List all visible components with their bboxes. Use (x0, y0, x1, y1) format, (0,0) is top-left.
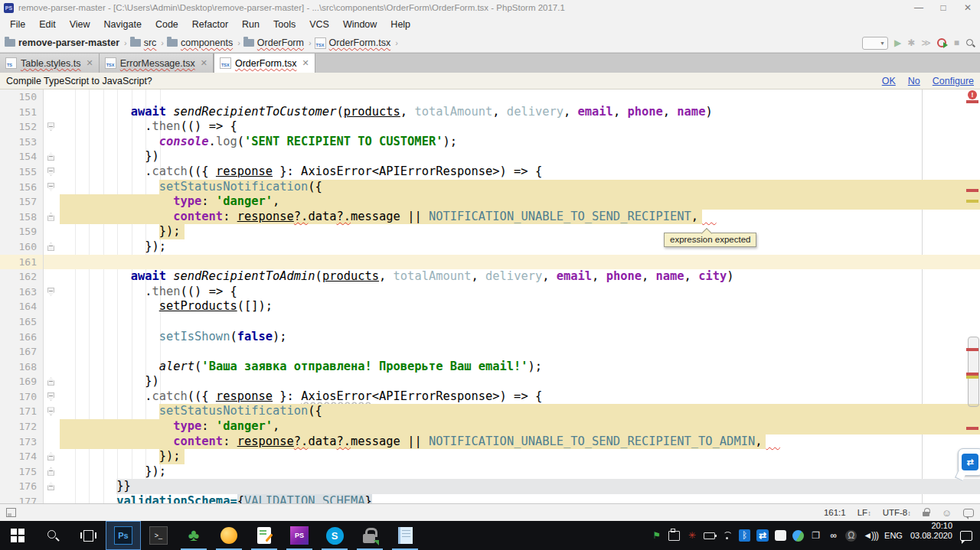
code-line[interactable]: 156 setStatusNotification({ (0, 180, 980, 195)
line-number[interactable]: 163 (0, 285, 44, 300)
encoding-selector[interactable]: UTF-8↕ (883, 508, 911, 517)
run-icon[interactable]: ▶ (894, 37, 901, 48)
menu-item-code[interactable]: Code (149, 17, 185, 32)
breadcrumb-item-components[interactable]: components (167, 37, 233, 48)
creative-cloud-tray-icon[interactable]: ∞ (828, 530, 839, 541)
line-number[interactable]: 157 (0, 194, 44, 210)
action-center-icon[interactable] (960, 531, 972, 541)
run-config-selector[interactable]: ▼ (862, 37, 888, 50)
code-line[interactable]: 158 content: response?.data?.message || … (0, 210, 980, 225)
code-line[interactable]: 168 alert('Ваша заявка отправлена! Прове… (0, 360, 980, 375)
line-number[interactable]: 155 (0, 164, 44, 180)
debug-icon[interactable]: ✱ (907, 37, 915, 48)
error-count-badge[interactable]: ! (968, 90, 977, 99)
code-line[interactable]: 153 console.log('SENT RECIPIENT TO CUSTO… (0, 135, 980, 150)
menu-item-file[interactable]: File (3, 17, 32, 32)
line-number[interactable]: 168 (0, 360, 44, 375)
phpstorm-taskbar-icon[interactable]: PS (282, 521, 317, 550)
fold-marker-icon[interactable] (47, 122, 54, 131)
notepad-taskbar-icon[interactable] (387, 521, 423, 550)
code-line[interactable]: 162 await sendRecipientToAdmin(products,… (0, 269, 980, 285)
code-line[interactable]: 171 setStatusNotification({ (0, 404, 980, 419)
line-number[interactable]: 170 (0, 389, 44, 405)
line-number[interactable]: 176 (0, 479, 44, 494)
line-number[interactable]: 156 (0, 180, 44, 195)
error-stripe-mark[interactable] (966, 373, 978, 376)
error-stripe-mark[interactable] (966, 348, 978, 351)
terminal-taskbar-icon[interactable]: >_ (141, 521, 176, 550)
line-number[interactable]: 151 (0, 105, 44, 120)
fold-marker-icon[interactable] (47, 183, 54, 191)
battery-tray-icon[interactable] (704, 532, 715, 539)
fold-marker-icon[interactable] (47, 213, 54, 221)
code-line[interactable]: 165 (0, 314, 980, 330)
menu-item-vcs[interactable]: VCS (302, 17, 336, 32)
code-line[interactable]: 176 }} (0, 479, 980, 494)
line-number[interactable]: 175 (0, 464, 44, 480)
code-line[interactable]: 172 type: 'danger', (0, 419, 980, 434)
fold-marker-icon[interactable] (47, 377, 54, 386)
code-line[interactable]: 155 .catch(({ response }: AxiosError<API… (0, 164, 980, 180)
breadcrumb-item-src[interactable]: src (130, 37, 157, 48)
close-button[interactable]: ✕ (956, 0, 980, 15)
menu-item-refactor[interactable]: Refactor (185, 17, 235, 32)
code-line[interactable]: 150 (0, 89, 980, 105)
fold-marker-icon[interactable] (47, 242, 54, 251)
window-tray-icon[interactable]: ❐ (810, 530, 822, 541)
fold-marker-icon[interactable] (47, 392, 54, 401)
line-number[interactable]: 159 (0, 224, 44, 239)
line-ending-selector[interactable]: LF↕ (858, 508, 871, 517)
fold-marker-icon[interactable] (47, 168, 54, 176)
line-number[interactable]: 172 (0, 419, 44, 434)
fold-marker-icon[interactable] (47, 467, 54, 476)
code-line[interactable]: 169 }) (0, 374, 980, 389)
line-number[interactable]: 161 (0, 255, 44, 270)
cloud-disk-tray-icon[interactable] (792, 530, 804, 542)
line-number[interactable]: 158 (0, 210, 44, 225)
error-stripe-mark[interactable] (966, 100, 978, 103)
restart-icon[interactable] (937, 37, 948, 48)
line-number[interactable]: 153 (0, 135, 44, 150)
menu-item-view[interactable]: View (63, 17, 97, 32)
close-icon[interactable]: ✕ (201, 58, 207, 68)
browser-taskbar-icon[interactable] (211, 521, 247, 550)
line-number[interactable]: 154 (0, 149, 44, 164)
menu-item-window[interactable]: Window (336, 17, 384, 32)
minimize-button[interactable]: — (906, 0, 931, 15)
code-line[interactable]: 164 setProducts([]); (0, 299, 980, 314)
scrollbar-thumb[interactable] (968, 337, 979, 407)
volume-tray-icon[interactable]: ◄))) (863, 530, 878, 541)
bluetooth-tray-icon[interactable]: ᛒ (739, 529, 750, 542)
teamviewer-tray-icon[interactable]: ⇄ (756, 529, 769, 542)
code-line[interactable]: 173 content: response?.data?.message || … (0, 434, 980, 450)
error-stripe-mark[interactable] (966, 189, 978, 192)
fold-marker-icon[interactable] (47, 407, 54, 415)
wifi-tray-icon[interactable] (721, 532, 733, 540)
breadcrumb-item-remove-parser-master[interactable]: remove-parser-master (5, 37, 119, 48)
line-number[interactable]: 173 (0, 434, 44, 450)
taskbar-search-button[interactable] (35, 521, 70, 550)
code-line[interactable]: 159 }); (0, 224, 980, 239)
usb-tray-icon[interactable] (668, 531, 680, 541)
app-tray-icon[interactable] (775, 530, 786, 541)
line-number[interactable]: 167 (0, 344, 44, 360)
maximize-button[interactable]: □ (931, 0, 956, 15)
tab-table-styles-ts[interactable]: TSTable.styles.ts✕ (0, 54, 100, 73)
stop-icon[interactable]: ■ (954, 37, 959, 48)
fold-marker-icon[interactable] (47, 152, 54, 161)
hector-inspector-icon[interactable]: ☺ (942, 507, 952, 519)
line-number[interactable]: 174 (0, 449, 44, 464)
menu-item-edit[interactable]: Edit (32, 17, 63, 32)
line-number[interactable]: 160 (0, 239, 44, 255)
antivirus-tray-icon[interactable]: ✳ (686, 530, 697, 541)
line-number[interactable]: 162 (0, 269, 44, 285)
event-log-icon[interactable] (963, 509, 974, 517)
line-number[interactable]: 177 (0, 494, 44, 503)
flag-tray-icon[interactable]: ⚑ (651, 530, 662, 541)
code-line[interactable]: 174 }); (0, 449, 980, 464)
task-view-button[interactable] (70, 521, 106, 550)
line-number[interactable]: 171 (0, 404, 44, 419)
code-line[interactable]: 154 }) (0, 149, 980, 164)
error-stripe-mark[interactable] (966, 200, 978, 203)
notification-action-configure[interactable]: Configure (933, 76, 974, 86)
